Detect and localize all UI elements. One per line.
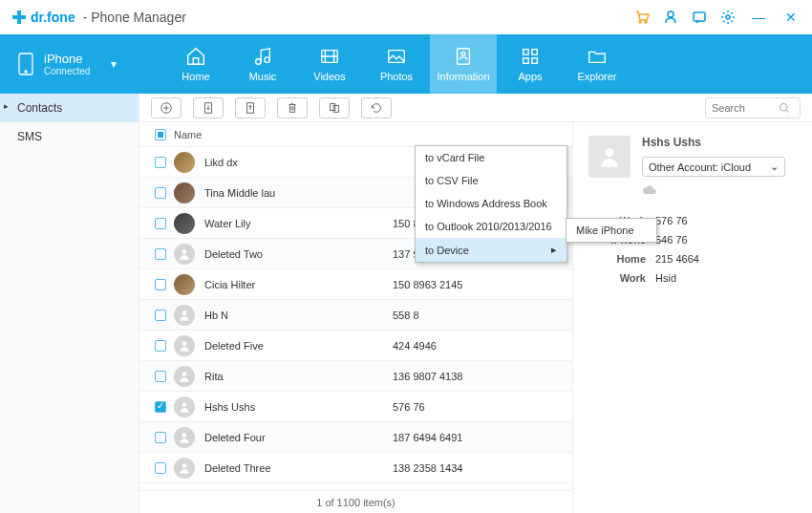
svg-rect-18 xyxy=(524,58,529,64)
feedback-icon[interactable] xyxy=(692,10,707,25)
table-row[interactable]: Hshs Ushs576 76 xyxy=(139,392,572,422)
row-checkbox[interactable] xyxy=(155,401,166,413)
row-name: Deleted Four xyxy=(204,432,393,443)
row-checkbox[interactable] xyxy=(155,432,166,443)
svg-rect-24 xyxy=(333,105,338,112)
row-phone: 138 2358 1434 xyxy=(393,462,565,474)
tab-apps[interactable]: Apps xyxy=(497,34,564,94)
svg-rect-23 xyxy=(331,103,335,110)
svg-point-10 xyxy=(256,59,262,65)
export-csv[interactable]: to CSV File xyxy=(416,169,566,192)
svg-point-28 xyxy=(182,341,187,346)
titlebar: dr.fone - Phone Manager — ✕ xyxy=(0,0,812,34)
row-phone: 576 76 xyxy=(393,401,565,413)
tab-photos[interactable]: Photos xyxy=(363,34,430,94)
row-name: Water Lily xyxy=(204,218,393,229)
svg-point-8 xyxy=(25,71,27,73)
tab-explorer[interactable]: Explorer xyxy=(564,34,630,94)
row-checkbox[interactable] xyxy=(155,157,166,168)
pager: 1 of 1100 item(s) xyxy=(139,490,572,513)
svg-point-11 xyxy=(265,57,270,62)
settings-icon[interactable] xyxy=(720,10,736,25)
close-button[interactable]: ✕ xyxy=(781,8,801,27)
search-input[interactable] xyxy=(712,102,779,114)
field-value: 215 4664 xyxy=(655,253,699,265)
brand-text: dr.fone xyxy=(31,10,75,25)
tab-videos[interactable]: Videos xyxy=(296,34,363,94)
tab-information[interactable]: Information xyxy=(430,34,497,94)
row-phone: 558 8 xyxy=(393,310,565,321)
add-button[interactable] xyxy=(151,97,182,118)
delete-button[interactable] xyxy=(277,97,308,118)
row-phone: 424 4946 xyxy=(393,340,565,352)
select-all-checkbox[interactable] xyxy=(155,129,166,140)
avatar xyxy=(174,213,195,234)
cart-icon[interactable] xyxy=(634,10,650,25)
navbar: iPhone Connected ▾ Home Music Videos Pho… xyxy=(0,34,812,94)
import-button[interactable] xyxy=(193,97,224,118)
row-name: Hshs Ushs xyxy=(204,401,393,413)
export-vcard[interactable]: to vCard File xyxy=(416,146,566,169)
toolbar xyxy=(139,94,812,122)
column-name[interactable]: Name xyxy=(174,129,565,140)
tab-home[interactable]: Home xyxy=(162,34,229,94)
table-row[interactable]: Cicia Hilter150 8963 2145 xyxy=(139,269,572,300)
svg-point-25 xyxy=(780,103,788,111)
sidebar: Contacts SMS xyxy=(0,94,139,513)
table-row[interactable]: Deleted Five424 4946 xyxy=(139,331,572,361)
submenu-device-0[interactable]: Mike iPhone xyxy=(566,219,656,242)
avatar xyxy=(174,458,195,479)
avatar xyxy=(174,396,195,417)
avatar xyxy=(174,427,195,448)
avatar xyxy=(174,152,195,173)
chevron-down-icon: ▾ xyxy=(111,57,117,71)
row-checkbox[interactable] xyxy=(155,279,166,290)
merge-button[interactable] xyxy=(319,97,350,118)
svg-rect-1 xyxy=(12,15,26,19)
search-box[interactable] xyxy=(705,97,801,118)
svg-rect-13 xyxy=(389,51,405,63)
account-select[interactable]: Other Account: iCloud ⌄ xyxy=(642,157,785,177)
table-row[interactable]: Deleted Four187 6494 6491 xyxy=(139,422,572,453)
sidebar-item-contacts[interactable]: Contacts xyxy=(0,94,139,122)
export-device[interactable]: to Device▸ xyxy=(416,238,566,262)
refresh-button[interactable] xyxy=(361,97,392,118)
table-row[interactable]: Hb N558 8 xyxy=(139,300,572,331)
export-wab[interactable]: to Windows Address Book xyxy=(416,192,566,215)
row-checkbox[interactable] xyxy=(155,187,166,199)
logo-icon xyxy=(11,10,27,25)
svg-point-31 xyxy=(182,433,187,438)
contact-list: Name Likd dxTina Middle lauWater Lily150… xyxy=(139,122,573,513)
row-phone: 187 6494 6491 xyxy=(393,432,565,443)
svg-rect-5 xyxy=(694,12,705,21)
device-selector[interactable]: iPhone Connected ▾ xyxy=(0,52,162,76)
row-checkbox[interactable] xyxy=(155,248,166,260)
avatar xyxy=(174,274,195,295)
svg-point-26 xyxy=(182,249,187,254)
export-outlook[interactable]: to Outlook 2010/2013/2016 xyxy=(416,215,566,238)
svg-point-2 xyxy=(639,21,641,23)
row-name: Deleted Three xyxy=(204,462,393,474)
nav-tabs: Home Music Videos Photos Information App… xyxy=(162,34,812,94)
chevron-down-icon: ⌄ xyxy=(770,160,779,173)
export-button[interactable] xyxy=(235,97,266,118)
row-checkbox[interactable] xyxy=(155,218,166,229)
row-checkbox[interactable] xyxy=(155,462,166,474)
tab-music[interactable]: Music xyxy=(229,34,296,94)
row-checkbox[interactable] xyxy=(155,371,166,382)
user-icon[interactable] xyxy=(663,10,678,25)
field-label: Home xyxy=(588,253,646,265)
row-checkbox[interactable] xyxy=(155,340,166,352)
row-checkbox[interactable] xyxy=(155,310,166,321)
svg-point-6 xyxy=(726,15,730,19)
svg-rect-19 xyxy=(532,58,538,64)
field-value: Hsid xyxy=(655,272,676,284)
minimize-button[interactable]: — xyxy=(749,8,768,27)
sidebar-item-sms[interactable]: SMS xyxy=(0,122,139,151)
svg-rect-16 xyxy=(524,50,529,55)
svg-rect-14 xyxy=(458,49,470,65)
table-row[interactable]: Deleted Three138 2358 1434 xyxy=(139,453,572,483)
avatar xyxy=(174,182,195,203)
detail-avatar xyxy=(588,136,630,178)
table-row[interactable]: Rita136 9807 4138 xyxy=(139,361,572,392)
